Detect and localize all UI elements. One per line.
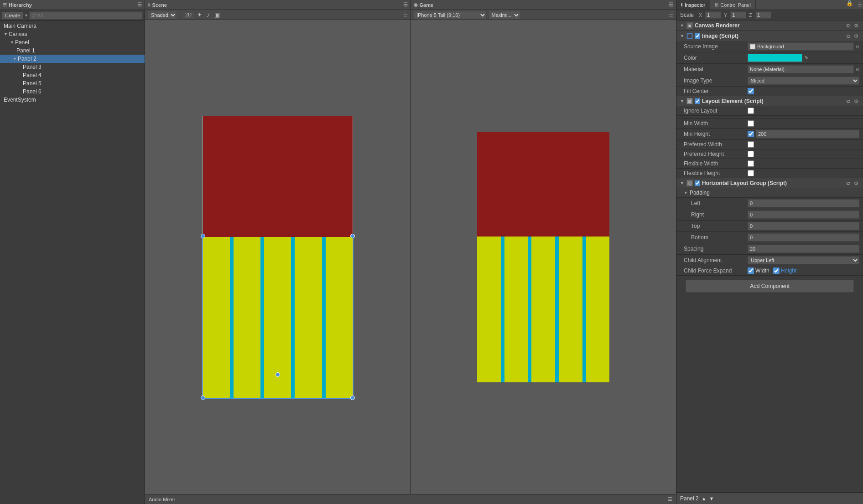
canvas-renderer-header[interactable]: ▼ ▣ Canvas Renderer ⧉ ⚙: [676, 21, 863, 31]
source-image-field[interactable]: ⬜ Background: [748, 42, 854, 51]
color-edit-btn[interactable]: ✎: [804, 55, 809, 61]
image-enabled-checkbox[interactable]: [695, 33, 700, 39]
image-script-header[interactable]: ▼ ⬛ Image (Script) ⧉ ⚙: [676, 31, 863, 41]
padding-right-input[interactable]: [748, 211, 859, 219]
layout-spacer: [676, 116, 863, 119]
scene-toolbar: Shaded 2D ✦ ♪ ▣ ☰: [145, 10, 411, 20]
child-alignment-select[interactable]: Upper Left: [748, 256, 859, 264]
image-type-label: Image Type: [684, 77, 748, 84]
inspector-tabs: ℹ Inspector ⊞ Control Panel 🔒 ☰: [676, 0, 863, 10]
layout-element-settings-btn[interactable]: ⚙: [853, 98, 859, 104]
layout-element-enabled-checkbox[interactable]: [695, 98, 700, 104]
ignore-layout-label: Ignore Layout: [684, 108, 748, 114]
spacing-row: Spacing: [676, 243, 863, 255]
footer-down-btn[interactable]: ▼: [709, 496, 714, 501]
ignore-layout-checkbox[interactable]: [748, 108, 754, 114]
hierarchy-item-panel1[interactable]: Panel 1: [0, 46, 145, 55]
preferred-width-checkbox[interactable]: [748, 141, 754, 148]
panel3-label: Panel 3: [23, 64, 42, 70]
hierarchy-item-panel2[interactable]: ▼ Panel 2: [0, 55, 145, 63]
scene-viewport[interactable]: ✳: [145, 20, 411, 494]
color-swatch[interactable]: [748, 54, 802, 62]
horizontal-layout-settings-btn[interactable]: ⚙: [853, 180, 859, 186]
tab-inspector[interactable]: ℹ Inspector: [676, 0, 710, 10]
hierarchy-item-panel3[interactable]: Panel 3: [0, 63, 145, 71]
handle-center[interactable]: [276, 372, 280, 377]
scene-menu-icon[interactable]: ☰: [403, 2, 408, 8]
audio-mixer-menu-icon[interactable]: ☰: [668, 496, 672, 502]
material-field[interactable]: None (Material): [748, 65, 854, 73]
padding-left-row: Left: [676, 198, 863, 209]
scale-y-input[interactable]: [730, 11, 746, 19]
inspector-menu-btn[interactable]: ☰: [857, 0, 863, 10]
padding-bottom-input[interactable]: [748, 233, 859, 242]
min-height-input[interactable]: [756, 130, 859, 138]
layout-element-copy-btn[interactable]: ⧉: [846, 98, 851, 104]
scene-panel-menu-icon[interactable]: ☰: [403, 12, 408, 18]
game-panel: ◉ Game ☰ iPhone 5 Tall (9:16) Maximi... …: [411, 0, 676, 494]
layout-element-header[interactable]: ▼ ▦ Layout Element (Script) ⧉ ⚙: [676, 96, 863, 106]
material-reset-btn[interactable]: ⊙: [856, 67, 859, 72]
hierarchy-menu-icon[interactable]: ☰: [137, 2, 142, 8]
scene-display-btn[interactable]: ▣: [213, 12, 221, 18]
shading-mode-select[interactable]: Shaded: [148, 11, 177, 19]
padding-left-input[interactable]: [748, 199, 859, 207]
canvas-renderer-copy-btn[interactable]: ⧉: [846, 23, 851, 29]
hierarchy-item-panel4[interactable]: Panel 4: [0, 71, 145, 79]
flexible-height-checkbox[interactable]: [748, 170, 754, 176]
source-image-reset-btn[interactable]: ⊙: [856, 44, 859, 49]
game-viewport[interactable]: [411, 20, 676, 494]
handle-tl[interactable]: [201, 234, 205, 238]
scene-2d-toggle[interactable]: 2D: [183, 12, 194, 18]
preferred-height-checkbox[interactable]: [748, 151, 754, 157]
hierarchy-item-panel[interactable]: ▼ Panel: [0, 38, 145, 46]
flexible-width-checkbox[interactable]: [748, 160, 754, 167]
padding-header[interactable]: ▼ Padding: [676, 188, 863, 198]
game-panel-menu-icon[interactable]: ☰: [669, 12, 673, 18]
horizontal-layout-header[interactable]: ▼ ⬡ Horizontal Layout Group (Script) ⧉ ⚙: [676, 178, 863, 188]
min-height-checkbox[interactable]: [748, 131, 754, 137]
canvas-renderer-settings-btn[interactable]: ⚙: [853, 23, 859, 29]
min-width-checkbox[interactable]: [748, 120, 754, 127]
hierarchy-item-canvas[interactable]: ▼ Canvas: [0, 30, 145, 38]
image-type-select[interactable]: Sliced: [748, 77, 859, 85]
footer-object-label: Panel 2: [680, 495, 699, 502]
inspector-tab-icon: ℹ: [681, 2, 683, 7]
control-panel-icon: ⊞: [715, 2, 718, 7]
image-script-settings-btn[interactable]: ⚙: [853, 33, 859, 39]
lock-icon[interactable]: 🔒: [843, 0, 856, 10]
child-force-width-checkbox[interactable]: [748, 267, 754, 274]
hierarchy-item-main-camera[interactable]: Main Camera: [0, 22, 145, 30]
hierarchy-item-panel5[interactable]: Panel 5: [0, 79, 145, 87]
spacing-input[interactable]: [748, 245, 859, 253]
padding-top-input[interactable]: [748, 222, 859, 230]
handle-br[interactable]: [350, 396, 355, 400]
layout-element-title: Layout Element (Script): [702, 98, 764, 104]
horizontal-layout-copy-btn[interactable]: ⧉: [846, 180, 851, 186]
handle-bl[interactable]: [201, 396, 205, 400]
horizontal-layout-enabled-checkbox[interactable]: [695, 180, 700, 186]
color-label: Color: [684, 55, 748, 61]
footer-up-btn[interactable]: ▲: [702, 496, 707, 501]
tab-control-panel[interactable]: ⊞ Control Panel: [710, 0, 756, 10]
add-component-button[interactable]: Add Component: [686, 280, 854, 293]
create-button[interactable]: Create: [2, 12, 23, 19]
image-script-copy-btn[interactable]: ⧉: [846, 33, 851, 39]
scale-x-input[interactable]: [705, 11, 721, 19]
resolution-select[interactable]: iPhone 5 Tall (9:16): [414, 11, 487, 19]
search-input[interactable]: [29, 11, 143, 20]
min-height-label: Min Height: [684, 131, 748, 137]
scene-light-btn[interactable]: ✦: [196, 12, 203, 18]
padding-bottom-row: Bottom: [676, 232, 863, 243]
hierarchy-item-eventsystem[interactable]: EventSystem: [0, 96, 145, 104]
fill-center-checkbox[interactable]: [748, 88, 754, 94]
hierarchy-item-panel6[interactable]: Panel 6: [0, 87, 145, 96]
game-menu-icon[interactable]: ☰: [669, 2, 673, 8]
maximize-select[interactable]: Maximi...: [489, 11, 520, 19]
scale-z-input[interactable]: [755, 11, 771, 19]
handle-tr[interactable]: [350, 234, 355, 238]
child-force-height-checkbox[interactable]: [773, 267, 780, 274]
game-icon: ◉: [414, 2, 418, 7]
scene-audio-btn[interactable]: ♪: [205, 12, 211, 18]
scale-z-field: Z: [749, 11, 771, 19]
